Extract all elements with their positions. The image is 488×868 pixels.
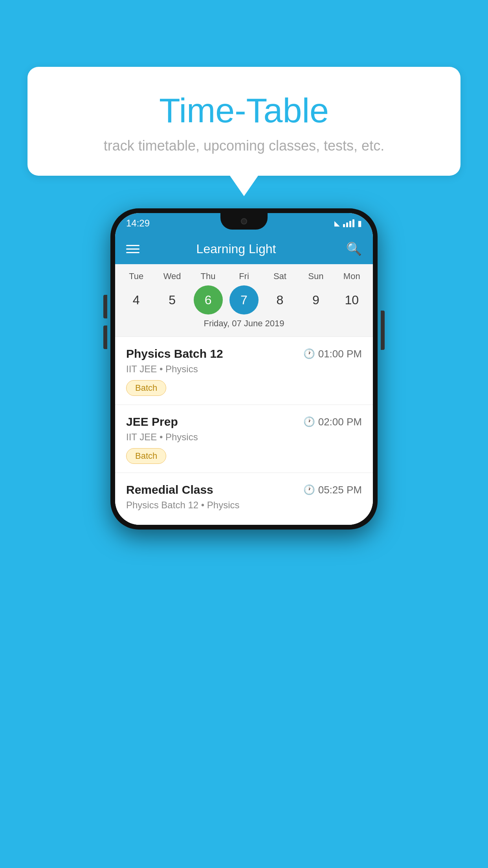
schedule-item-2-time: 🕐 02:00 PM <box>303 416 362 428</box>
day-numbers-row: 4 5 6 7 8 9 10 <box>115 285 373 314</box>
day-name-sun: Sun <box>301 271 330 281</box>
status-icons: ◣ ▮ <box>334 219 362 228</box>
schedule-item-2-header: JEE Prep 🕐 02:00 PM <box>126 415 362 428</box>
schedule-item-2[interactable]: JEE Prep 🕐 02:00 PM IIT JEE • Physics Ba… <box>115 405 373 473</box>
day-names-row: Tue Wed Thu Fri Sat Sun Mon <box>115 271 373 281</box>
status-bar: 14:29 ◣ ▮ <box>115 213 373 234</box>
phone-screen: 14:29 ◣ ▮ <box>115 213 373 525</box>
camera <box>241 218 247 224</box>
notch <box>220 213 268 230</box>
calendar-strip: Tue Wed Thu Fri Sat Sun Mon 4 5 6 7 8 9 … <box>115 264 373 337</box>
batch-badge-1: Batch <box>126 380 166 396</box>
search-button[interactable]: 🔍 <box>346 241 362 256</box>
schedule-item-2-sub: IIT JEE • Physics <box>126 432 362 443</box>
day-6-today[interactable]: 6 <box>194 285 223 314</box>
day-5[interactable]: 5 <box>158 285 187 314</box>
schedule-item-3[interactable]: Remedial Class 🕐 05:25 PM Physics Batch … <box>115 473 373 525</box>
schedule-item-3-time-text: 05:25 PM <box>318 484 362 496</box>
app-header: Learning Light 🔍 <box>115 234 373 264</box>
day-name-thu: Thu <box>194 271 223 281</box>
day-name-fri: Fri <box>229 271 259 281</box>
schedule-item-1[interactable]: Physics Batch 12 🕐 01:00 PM IIT JEE • Ph… <box>115 337 373 405</box>
day-8[interactable]: 8 <box>265 285 294 314</box>
schedule-item-3-time: 🕐 05:25 PM <box>303 484 362 496</box>
app-title: Learning Light <box>126 242 346 256</box>
day-name-wed: Wed <box>158 271 187 281</box>
day-9[interactable]: 9 <box>301 285 330 314</box>
clock-icon-3: 🕐 <box>303 484 315 495</box>
schedule-item-1-title: Physics Batch 12 <box>126 347 223 360</box>
schedule-item-3-title: Remedial Class <box>126 483 213 497</box>
day-name-tue: Tue <box>122 271 151 281</box>
schedule-item-2-time-text: 02:00 PM <box>318 416 362 428</box>
schedule-item-2-title: JEE Prep <box>126 415 178 428</box>
clock-icon-1: 🕐 <box>303 348 315 359</box>
speech-bubble: Time-Table track timetable, upcoming cla… <box>28 67 460 176</box>
schedule-item-1-sub: IIT JEE • Physics <box>126 364 362 375</box>
power-button[interactable] <box>381 311 385 350</box>
schedule-item-1-time-text: 01:00 PM <box>318 348 362 360</box>
schedule-item-1-header: Physics Batch 12 🕐 01:00 PM <box>126 347 362 360</box>
day-7-selected[interactable]: 7 <box>229 285 259 314</box>
wifi-icon: ◣ <box>334 219 340 228</box>
schedule-list: Physics Batch 12 🕐 01:00 PM IIT JEE • Ph… <box>115 337 373 525</box>
phone-wrapper: 14:29 ◣ ▮ <box>110 208 378 530</box>
bubble-title: Time-Table <box>43 90 445 131</box>
clock-icon-2: 🕐 <box>303 416 315 427</box>
battery-icon: ▮ <box>358 219 362 228</box>
selected-date-label: Friday, 07 June 2019 <box>115 314 373 334</box>
day-4[interactable]: 4 <box>122 285 151 314</box>
status-time: 14:29 <box>126 218 150 229</box>
bubble-subtitle: track timetable, upcoming classes, tests… <box>43 138 445 154</box>
vol-up-button[interactable] <box>103 295 107 318</box>
day-name-sat: Sat <box>265 271 294 281</box>
schedule-item-3-header: Remedial Class 🕐 05:25 PM <box>126 483 362 497</box>
batch-badge-2: Batch <box>126 448 166 464</box>
vol-down-button[interactable] <box>103 326 107 349</box>
signal-icon <box>343 219 354 227</box>
day-name-mon: Mon <box>337 271 366 281</box>
phone-frame: 14:29 ◣ ▮ <box>110 208 378 530</box>
day-10[interactable]: 10 <box>337 285 366 314</box>
schedule-item-1-time: 🕐 01:00 PM <box>303 348 362 360</box>
schedule-item-3-sub: Physics Batch 12 • Physics <box>126 500 362 511</box>
